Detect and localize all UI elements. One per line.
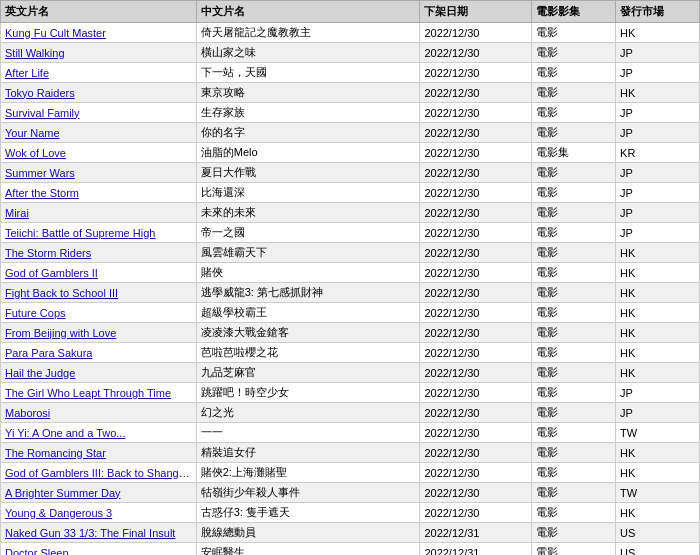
en-title-link[interactable]: After the Storm: [5, 187, 79, 199]
cell-en-title[interactable]: Future Cops: [1, 303, 197, 323]
cell-en-title[interactable]: From Beijing with Love: [1, 323, 197, 343]
cell-en-title[interactable]: After Life: [1, 63, 197, 83]
cell-en-title[interactable]: After the Storm: [1, 183, 197, 203]
cell-en-title[interactable]: Mirai: [1, 203, 197, 223]
cell-en-title[interactable]: Naked Gun 33 1/3: The Final Insult: [1, 523, 197, 543]
table-row: After Life下一站，天國2022/12/30電影JP: [1, 63, 700, 83]
cell-date: 2022/12/30: [420, 83, 532, 103]
cell-en-title[interactable]: Wok of Love: [1, 143, 197, 163]
cell-zh-title: 帝一之國: [196, 223, 420, 243]
cell-date: 2022/12/30: [420, 203, 532, 223]
cell-en-title[interactable]: Hail the Judge: [1, 363, 197, 383]
cell-type: 電影: [532, 83, 616, 103]
en-title-link[interactable]: Young & Dangerous 3: [5, 507, 112, 519]
en-title-link[interactable]: Hail the Judge: [5, 367, 75, 379]
cell-zh-title: 倚天屠龍記之魔教教主: [196, 23, 420, 43]
header-market: 發行市場: [616, 1, 700, 23]
cell-en-title[interactable]: Para Para Sakura: [1, 343, 197, 363]
cell-date: 2022/12/30: [420, 143, 532, 163]
cell-date: 2022/12/30: [420, 163, 532, 183]
en-title-link[interactable]: Mirai: [5, 207, 29, 219]
cell-en-title[interactable]: Maborosi: [1, 403, 197, 423]
en-title-link[interactable]: Summer Wars: [5, 167, 75, 179]
cell-date: 2022/12/30: [420, 243, 532, 263]
cell-date: 2022/12/31: [420, 523, 532, 543]
cell-en-title[interactable]: Doctor Sleep: [1, 543, 197, 556]
table-row: Teiichi: Battle of Supreme High帝一之國2022/…: [1, 223, 700, 243]
cell-en-title[interactable]: A Brighter Summer Day: [1, 483, 197, 503]
en-title-link[interactable]: Your Name: [5, 127, 60, 139]
cell-zh-title: 夏日大作戰: [196, 163, 420, 183]
cell-en-title[interactable]: Young & Dangerous 3: [1, 503, 197, 523]
cell-date: 2022/12/30: [420, 263, 532, 283]
cell-zh-title: 跳躍吧！時空少女: [196, 383, 420, 403]
movies-table: 英文片名 中文片名 下架日期 電影影集 發行市場 Kung Fu Cult Ma…: [0, 0, 700, 555]
en-title-link[interactable]: Doctor Sleep: [5, 547, 69, 556]
cell-zh-title: 九品芝麻官: [196, 363, 420, 383]
en-title-link[interactable]: Still Walking: [5, 47, 65, 59]
cell-type: 電影: [532, 323, 616, 343]
cell-type: 電影: [532, 203, 616, 223]
en-title-link[interactable]: A Brighter Summer Day: [5, 487, 121, 499]
cell-en-title[interactable]: Still Walking: [1, 43, 197, 63]
cell-zh-title: 你的名字: [196, 123, 420, 143]
en-title-link[interactable]: Tokyo Raiders: [5, 87, 75, 99]
cell-en-title[interactable]: The Girl Who Leapt Through Time: [1, 383, 197, 403]
cell-en-title[interactable]: Yi Yi: A One and a Two...: [1, 423, 197, 443]
cell-type: 電影: [532, 43, 616, 63]
cell-type: 電影: [532, 483, 616, 503]
cell-market: HK: [616, 243, 700, 263]
cell-type: 電影: [532, 283, 616, 303]
cell-en-title[interactable]: Teiichi: Battle of Supreme High: [1, 223, 197, 243]
en-title-link[interactable]: After Life: [5, 67, 49, 79]
cell-en-title[interactable]: Summer Wars: [1, 163, 197, 183]
cell-market: HK: [616, 23, 700, 43]
cell-en-title[interactable]: God of Gamblers II: [1, 263, 197, 283]
en-title-link[interactable]: Fight Back to School III: [5, 287, 118, 299]
cell-en-title[interactable]: God of Gamblers III: Back to Shanghai: [1, 463, 197, 483]
cell-en-title[interactable]: Kung Fu Cult Master: [1, 23, 197, 43]
en-title-link[interactable]: Wok of Love: [5, 147, 66, 159]
cell-en-title[interactable]: The Romancing Star: [1, 443, 197, 463]
en-title-link[interactable]: God of Gamblers III: Back to Shanghai: [5, 467, 193, 479]
cell-type: 電影: [532, 543, 616, 556]
en-title-link[interactable]: Maborosi: [5, 407, 50, 419]
table-row: Para Para Sakura芭啦芭啦櫻之花2022/12/30電影HK: [1, 343, 700, 363]
en-title-link[interactable]: The Romancing Star: [5, 447, 106, 459]
cell-zh-title: 脫線總動員: [196, 523, 420, 543]
header-date: 下架日期: [420, 1, 532, 23]
en-title-link[interactable]: Future Cops: [5, 307, 66, 319]
cell-type: 電影: [532, 343, 616, 363]
cell-market: HK: [616, 463, 700, 483]
header-zh-title: 中文片名: [196, 1, 420, 23]
cell-en-title[interactable]: Your Name: [1, 123, 197, 143]
cell-type: 電影: [532, 383, 616, 403]
en-title-link[interactable]: Para Para Sakura: [5, 347, 92, 359]
en-title-link[interactable]: Kung Fu Cult Master: [5, 27, 106, 39]
cell-market: HK: [616, 503, 700, 523]
en-title-link[interactable]: God of Gamblers II: [5, 267, 98, 279]
cell-zh-title: 精裝追女仔: [196, 443, 420, 463]
cell-type: 電影: [532, 363, 616, 383]
en-title-link[interactable]: Yi Yi: A One and a Two...: [5, 427, 125, 439]
table-row: After the Storm比海還深2022/12/30電影JP: [1, 183, 700, 203]
cell-en-title[interactable]: Survival Family: [1, 103, 197, 123]
cell-date: 2022/12/30: [420, 403, 532, 423]
en-title-link[interactable]: Survival Family: [5, 107, 80, 119]
cell-zh-title: 風雲雄霸天下: [196, 243, 420, 263]
cell-zh-title: 安眠醫生: [196, 543, 420, 556]
en-title-link[interactable]: Naked Gun 33 1/3: The Final Insult: [5, 527, 175, 539]
cell-zh-title: 東京攻略: [196, 83, 420, 103]
cell-en-title[interactable]: The Storm Riders: [1, 243, 197, 263]
cell-type: 電影: [532, 63, 616, 83]
cell-date: 2022/12/30: [420, 383, 532, 403]
table-row: Maborosi幻之光2022/12/30電影JP: [1, 403, 700, 423]
en-title-link[interactable]: From Beijing with Love: [5, 327, 116, 339]
cell-date: 2022/12/30: [420, 63, 532, 83]
cell-en-title[interactable]: Tokyo Raiders: [1, 83, 197, 103]
en-title-link[interactable]: Teiichi: Battle of Supreme High: [5, 227, 155, 239]
cell-en-title[interactable]: Fight Back to School III: [1, 283, 197, 303]
en-title-link[interactable]: The Girl Who Leapt Through Time: [5, 387, 171, 399]
cell-market: JP: [616, 203, 700, 223]
en-title-link[interactable]: The Storm Riders: [5, 247, 91, 259]
